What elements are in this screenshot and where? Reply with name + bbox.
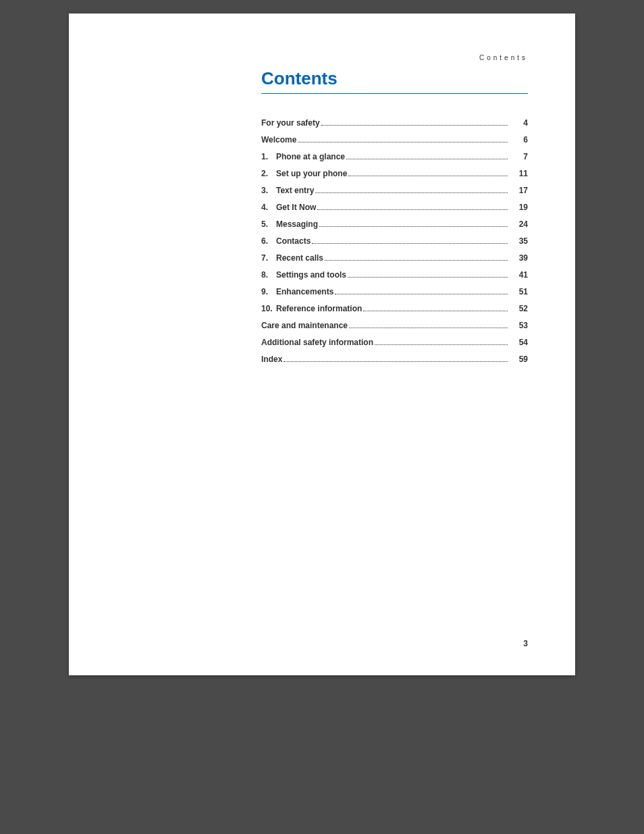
toc-entry-number: 3. [261,186,276,195]
toc-entry-title: Reference information [276,304,362,313]
toc-entry-number: 9. [261,287,276,296]
toc-entry-number: 4. [261,203,276,212]
toc-entry[interactable]: 8.Settings and tools41 [261,270,528,280]
toc-entry[interactable]: 10.Reference information52 [261,304,528,313]
header-label: Contents [261,54,528,61]
toc-entry-dots [319,226,508,227]
toc-entry-dots [317,209,508,210]
page-title: Contents [261,68,528,94]
toc-entry[interactable]: 2.Set up your phone11 [261,169,528,178]
toc-entry-dots [321,125,508,126]
document-page: Contents Contents For your safety4Welcom… [69,14,575,675]
toc-entry-title: Settings and tools [276,270,346,280]
toc-entry-dots [363,311,508,311]
toc-entry-page: 59 [509,355,528,364]
toc-entry-title: Text entry [276,186,314,195]
toc-entry-title: Contacts [276,236,311,246]
page-number: 3 [523,639,528,648]
toc-entry-number: 1. [261,152,276,161]
toc-entry-number: 6. [261,236,276,246]
content-area: Contents Contents For your safety4Welcom… [261,54,528,364]
toc-entry[interactable]: 3.Text entry17 [261,186,528,195]
toc-entry-dots [298,142,508,142]
toc-entry[interactable]: For your safety4 [261,118,528,128]
toc-entry-page: 24 [509,219,528,229]
toc-entry-title: Care and maintenance [261,321,348,330]
toc-entry-page: 11 [509,169,528,178]
toc-entry-page: 53 [509,321,528,330]
toc-entry-page: 6 [509,135,528,145]
toc-entry-dots [315,192,508,193]
toc-entry-title: Welcome [261,135,296,145]
toc-entry-number: 8. [261,270,276,280]
toc-entry[interactable]: Care and maintenance53 [261,321,528,330]
toc-entry-page: 7 [509,152,528,161]
toc-entry-dots [349,328,508,328]
toc-entry-dots [375,344,508,345]
toc-entry-number: 5. [261,219,276,229]
toc-entry-dots [346,159,508,159]
toc-entry-title: Additional safety information [261,338,373,347]
toc-entry-title: For your safety [261,118,320,128]
toc-entry-number: 2. [261,169,276,178]
toc-entry-number: 10. [261,304,276,313]
toc-entry-title: Set up your phone [276,169,347,178]
toc-entry-title: Get It Now [276,203,316,212]
toc-entry[interactable]: Welcome6 [261,135,528,145]
toc-entry-title: Index [261,355,282,364]
toc-entry-page: 19 [509,203,528,212]
toc-entry[interactable]: 9.Enhancements51 [261,287,528,296]
toc-entry-page: 51 [509,287,528,296]
toc-entry-title: Messaging [276,219,318,229]
toc-list: For your safety4Welcome61.Phone at a gla… [261,118,528,364]
toc-entry-title: Recent calls [276,253,323,263]
toc-entry-dots [348,176,508,176]
toc-entry-page: 39 [509,253,528,263]
toc-entry[interactable]: Additional safety information54 [261,338,528,347]
toc-entry[interactable]: 7.Recent calls39 [261,253,528,263]
toc-entry[interactable]: Index59 [261,355,528,364]
toc-entry-page: 41 [509,270,528,280]
toc-entry-number: 7. [261,253,276,263]
toc-entry-page: 52 [509,304,528,313]
toc-entry-title: Phone at a glance [276,152,345,161]
toc-entry-dots [284,361,508,362]
toc-entry[interactable]: 5.Messaging24 [261,219,528,229]
toc-entry-dots [335,294,508,294]
toc-entry-page: 54 [509,338,528,347]
toc-entry-page: 17 [509,186,528,195]
toc-entry-dots [312,243,508,244]
toc-entry-dots [348,277,508,278]
toc-entry[interactable]: 1.Phone at a glance7 [261,152,528,161]
toc-entry-title: Enhancements [276,287,333,296]
toc-entry[interactable]: 6.Contacts35 [261,236,528,246]
toc-entry-page: 4 [509,118,528,128]
toc-entry-dots [325,260,508,261]
toc-entry-page: 35 [509,236,528,246]
toc-entry[interactable]: 4.Get It Now19 [261,203,528,212]
